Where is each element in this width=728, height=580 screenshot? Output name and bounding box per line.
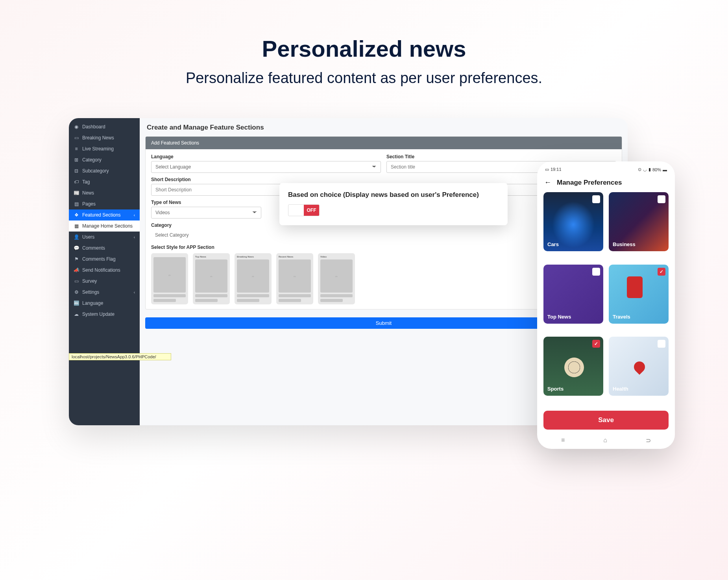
sidebar-item-comments-flag[interactable]: ⚑Comments Flag — [69, 254, 140, 265]
hero-subtitle: Personalize featured content as per user… — [0, 70, 728, 87]
sidebar-icon: ⊟ — [74, 168, 79, 174]
tile-checkbox[interactable] — [592, 195, 600, 203]
pref-tile-business[interactable]: Business — [609, 192, 669, 251]
type-select[interactable]: Videos — [151, 207, 261, 219]
sidebar-item-breaking-news[interactable]: ▭Breaking News — [69, 132, 140, 143]
sidebar-icon: 👤 — [74, 234, 79, 240]
tile-label: Business — [613, 241, 636, 247]
sidebar-item-language[interactable]: 🔤Language — [69, 298, 140, 309]
sidebar-item-label: Subcategory — [82, 168, 109, 174]
tile-checkbox[interactable] — [658, 195, 665, 203]
status-time: ▭19:11 — [545, 167, 562, 172]
hero-section: Personalized news Personalize featured c… — [0, 0, 728, 106]
nav-home-icon[interactable]: ⌂ — [603, 437, 607, 444]
sidebar: ◉Dashboard▭Breaking News≡Live Streaming⊞… — [69, 118, 140, 425]
sidebar-icon: ▦ — [74, 223, 79, 229]
sidebar-item-settings[interactable]: ⚙Settings‹ — [69, 287, 140, 298]
nav-menu-icon[interactable]: ≡ — [561, 437, 565, 444]
type-label: Type of News — [151, 200, 261, 205]
pref-tile-health[interactable]: Health — [609, 337, 669, 396]
pref-tile-top-news[interactable]: Top News — [543, 265, 603, 324]
sidebar-item-dashboard[interactable]: ◉Dashboard — [69, 121, 140, 132]
sidebar-item-news[interactable]: 📰News — [69, 187, 140, 198]
sidebar-item-label: Language — [82, 300, 103, 306]
sidebar-item-manage-home-sections[interactable]: ▦Manage Home Sections — [69, 221, 140, 232]
chevron-icon: ‹ — [134, 213, 135, 217]
sidebar-item-label: Dashboard — [82, 124, 105, 130]
sidebar-item-label: Live Streaming — [82, 146, 114, 152]
sidebar-item-tag[interactable]: 🏷Tag — [69, 176, 140, 187]
sidebar-item-subcategory[interactable]: ⊟Subcategory — [69, 165, 140, 176]
pref-tile-travels[interactable]: ✓Travels — [609, 265, 669, 324]
sidebar-icon: ⊞ — [74, 157, 79, 163]
sidebar-icon: 📰 — [74, 190, 79, 196]
sidebar-icon: ☁ — [74, 311, 79, 317]
battery-icon: ▬ — [663, 167, 667, 172]
sidebar-item-users[interactable]: 👤Users‹ — [69, 232, 140, 243]
wifi-icon: ◡ — [643, 167, 647, 172]
tile-label: Sports — [547, 386, 564, 392]
sidebar-icon: ▭ — [74, 135, 79, 141]
section-title-label: Section Title — [386, 154, 616, 159]
sidebar-item-label: Comments — [82, 245, 105, 251]
sidebar-item-label: Pages — [82, 201, 96, 207]
sidebar-item-label: Send Notifications — [82, 267, 120, 273]
sidebar-item-live-streaming[interactable]: ≡Live Streaming — [69, 143, 140, 154]
nav-back-icon[interactable]: ⊃ — [646, 437, 651, 444]
sidebar-icon: ◉ — [74, 124, 79, 130]
style-option-0[interactable]: ▭ — [151, 253, 188, 304]
sidebar-item-label: Settings — [82, 289, 99, 295]
sidebar-item-label: Featured Sections — [82, 212, 120, 218]
style-option-3[interactable]: Recent News▭ — [276, 253, 313, 304]
status-right: ⊙ ◡ ▮ 80% ▬ — [638, 167, 667, 172]
sidebar-item-pages[interactable]: ▤Pages — [69, 198, 140, 209]
tile-checkbox[interactable]: ✓ — [592, 340, 600, 348]
chevron-icon: ‹ — [134, 235, 135, 239]
sidebar-icon: 💬 — [74, 245, 79, 251]
sidebar-icon: ▤ — [74, 201, 79, 207]
tile-checkbox[interactable] — [658, 340, 665, 348]
tile-label: Top News — [547, 314, 571, 320]
back-icon[interactable]: ← — [544, 178, 551, 187]
tile-label: Health — [613, 386, 628, 392]
pref-tile-sports[interactable]: ✓Sports — [543, 337, 603, 396]
sidebar-icon: 🔤 — [74, 300, 79, 306]
phone-mockup: ▭19:11 ⊙ ◡ ▮ 80% ▬ ← Manage Preferences … — [537, 161, 675, 449]
sidebar-item-survey[interactable]: ▭Survey — [69, 276, 140, 287]
page-title: Create and Manage Feature Sections — [140, 118, 628, 136]
sidebar-item-label: News — [82, 190, 94, 196]
sidebar-item-label: Breaking News — [82, 135, 114, 141]
sidebar-icon: ▭ — [74, 278, 79, 284]
sidebar-item-label: Category — [82, 157, 102, 163]
sidebar-icon: 📣 — [74, 267, 79, 273]
toggle-off-label: OFF — [304, 205, 319, 216]
tile-checkbox[interactable]: ✓ — [658, 268, 665, 276]
style-option-1[interactable]: Top News▭ — [193, 253, 230, 304]
pref-card-title: Based on choice (Display news based on u… — [288, 191, 499, 199]
sidebar-icon: ❖ — [74, 212, 79, 218]
sidebar-item-label: Survey — [82, 278, 97, 284]
phone-nav: ≡ ⌂ ⊃ — [542, 433, 670, 445]
sidebar-item-featured-sections[interactable]: ❖Featured Sections‹ — [69, 209, 140, 221]
card-header: Add Featured Sections — [146, 137, 622, 149]
sidebar-item-label: Manage Home Sections — [82, 223, 133, 229]
sidebar-item-label: Users — [82, 234, 94, 240]
language-select[interactable]: Select Language — [151, 161, 381, 173]
sidebar-item-label: Tag — [82, 179, 90, 185]
preference-toggle-card: Based on choice (Display news based on u… — [279, 183, 508, 225]
url-preview: localhost/projects/NewsApp3.0.6/PHPCode/ — [69, 353, 171, 360]
style-option-2[interactable]: Breaking News▭ — [235, 253, 272, 304]
save-button[interactable]: Save — [543, 411, 669, 430]
style-option-4[interactable]: Video▭ — [318, 253, 355, 304]
hero-title: Personalized news — [0, 35, 728, 62]
pref-tile-cars[interactable]: Cars — [543, 192, 603, 251]
chevron-icon: ‹ — [134, 290, 135, 295]
sidebar-item-send-notifications[interactable]: 📣Send Notifications — [69, 265, 140, 276]
sidebar-item-system-update[interactable]: ☁System Update — [69, 309, 140, 320]
preference-toggle[interactable]: OFF — [288, 204, 320, 216]
language-label: Language — [151, 154, 381, 159]
sidebar-item-category[interactable]: ⊞Category — [69, 154, 140, 165]
alarm-icon: ⊙ — [638, 167, 641, 172]
sidebar-item-comments[interactable]: 💬Comments — [69, 243, 140, 254]
tile-checkbox[interactable] — [592, 268, 600, 276]
